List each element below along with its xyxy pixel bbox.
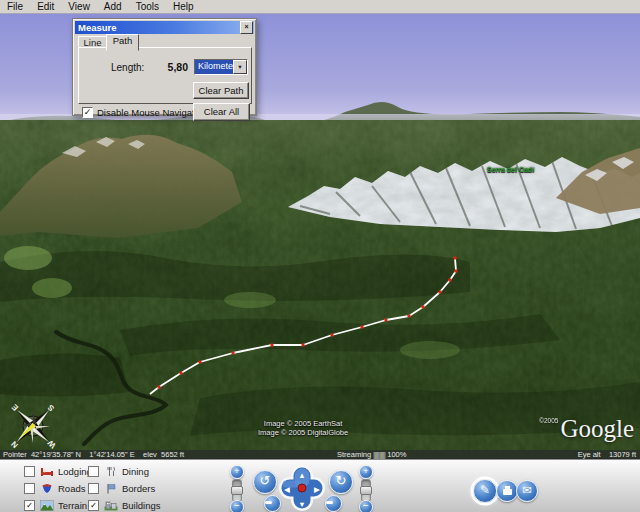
ridge-shadow-4 <box>0 353 130 396</box>
path-vertex-marker[interactable] <box>331 334 334 337</box>
streaming-label: Streaming <box>337 450 373 459</box>
layer-row-roads: Roads <box>24 483 85 494</box>
buildings-checkbox[interactable]: ✓ <box>88 500 99 511</box>
dpad-center-dot[interactable] <box>298 484 306 492</box>
pointer-coordinates: Pointer 42°19'35.78" N 1°42'14.05" E ele… <box>3 450 184 459</box>
unit-selected-value: Kilometers <box>195 60 233 74</box>
rotate-ccw-button[interactable]: ↺ <box>253 470 277 494</box>
tilt-down-button[interactable] <box>325 495 342 512</box>
tilt-slider-down-button[interactable]: − <box>359 500 373 512</box>
buildings-icon <box>104 500 118 511</box>
tilt-slider-up-button[interactable]: + <box>359 465 373 479</box>
attribution-line: Image © 2005 EarthSat <box>258 419 348 428</box>
path-vertex-marker[interactable] <box>271 344 274 347</box>
layer-row-borders: Borders <box>88 483 155 494</box>
lodging-label: Lodging <box>58 466 92 477</box>
menu-edit[interactable]: Edit <box>30 0 61 13</box>
clear-path-button[interactable]: Clear Path <box>193 82 249 99</box>
printer-icon <box>503 489 512 495</box>
unit-dropdown[interactable]: Kilometers ▼ <box>194 59 248 75</box>
dining-icon <box>104 466 118 477</box>
layer-row-buildings: ✓ Buildings <box>88 500 161 511</box>
path-vertex-marker[interactable] <box>232 352 235 355</box>
dialog-title-bar[interactable]: Measure × <box>75 21 254 34</box>
streaming-percent: 100% <box>385 450 406 459</box>
path-vertex-marker[interactable] <box>180 372 183 375</box>
meadow-patch <box>4 246 52 270</box>
layer-row-dining: Dining <box>88 466 149 477</box>
pan-up-arrow[interactable]: ▲ <box>298 471 305 480</box>
rotate-cw-button[interactable]: ↻ <box>329 470 353 494</box>
google-watermark: ©2005Google <box>530 415 634 443</box>
disable-mouse-nav-checkbox[interactable]: ✓ <box>82 107 93 118</box>
status-bar: Pointer 42°19'35.78" N 1°42'14.05" E ele… <box>0 450 640 459</box>
path-vertex-marker[interactable] <box>361 326 364 329</box>
place-label: Serra del Cadí <box>487 166 534 173</box>
path-vertex-marker[interactable] <box>454 257 457 260</box>
path-vertex-marker[interactable] <box>385 319 388 322</box>
dining-checkbox[interactable] <box>88 466 99 477</box>
meadow-patch <box>224 292 276 308</box>
layer-row-terrain: ✓ Terrain <box>24 500 87 511</box>
close-icon[interactable]: × <box>240 21 253 34</box>
compass-east-label: E <box>9 402 20 413</box>
tilt-slider-handle[interactable] <box>360 486 372 495</box>
google-logo: Google <box>560 415 634 442</box>
streaming-status: Streaming |||||||||| 100% <box>337 450 406 459</box>
tab-path[interactable]: Path <box>106 34 139 51</box>
eye-altitude: Eye alt 13079 ft <box>578 450 636 459</box>
disable-mouse-nav-label: Disable Mouse Navigation <box>97 107 207 118</box>
menu-view[interactable]: View <box>61 0 97 13</box>
menu-bar: File Edit View Add Tools Help <box>0 0 640 14</box>
pan-right-arrow[interactable]: ▶ <box>314 485 320 494</box>
flag-icon <box>104 483 118 494</box>
road-shield-icon <box>40 483 54 494</box>
menu-help[interactable]: Help <box>166 0 201 13</box>
terrain-label: Terrain <box>58 500 87 511</box>
buildings-label: Buildings <box>122 500 161 511</box>
pan-dpad[interactable]: ▲ ▼ ◀ ▶ <box>279 465 325 511</box>
dining-label: Dining <box>122 466 149 477</box>
zoom-in-button[interactable]: + <box>230 465 244 479</box>
bed-icon <box>40 466 54 477</box>
zoom-slider-handle[interactable] <box>231 486 243 495</box>
layer-row-lodging: Lodging <box>24 466 92 477</box>
menu-tools[interactable]: Tools <box>129 0 166 13</box>
clear-all-button[interactable]: Clear All <box>193 103 250 121</box>
logo-copyright: ©2005 <box>539 417 558 424</box>
zoom-out-button[interactable]: − <box>230 500 244 512</box>
measure-dialog: Measure × Line Path Length: 5,80 Kilomet… <box>72 18 257 116</box>
compass-rose[interactable]: N E S W <box>5 398 61 454</box>
meadow-patch <box>400 341 460 359</box>
chevron-down-icon[interactable]: ▼ <box>233 60 247 74</box>
path-vertex-marker[interactable] <box>422 306 425 309</box>
path-vertex-marker[interactable] <box>439 291 442 294</box>
borders-checkbox[interactable] <box>88 483 99 494</box>
roads-checkbox[interactable] <box>24 483 35 494</box>
attribution-line: Image © 2005 DigitalGlobe <box>258 428 348 437</box>
menu-file[interactable]: File <box>0 0 30 13</box>
print-button[interactable] <box>496 480 518 502</box>
roads-label: Roads <box>58 483 85 494</box>
lodging-checkbox[interactable] <box>24 466 35 477</box>
terrain-checkbox[interactable]: ✓ <box>24 500 35 511</box>
path-vertex-marker[interactable] <box>302 344 305 347</box>
bottom-control-panel: Lodging Roads ✓ Terrain <box>0 459 640 512</box>
email-button[interactable]: ✉ <box>516 480 538 502</box>
path-vertex-marker[interactable] <box>199 361 202 364</box>
pan-left-arrow[interactable]: ◀ <box>284 485 290 494</box>
dialog-title: Measure <box>75 22 240 33</box>
compass-south-label: S <box>45 402 56 413</box>
length-label: Length: <box>111 62 144 73</box>
path-vertex-marker[interactable] <box>455 270 458 273</box>
menu-add[interactable]: Add <box>97 0 129 13</box>
path-vertex-marker[interactable] <box>408 315 411 318</box>
imagery-attribution: Image © 2005 EarthSat Image © 2005 Digit… <box>258 419 348 437</box>
measure-tool-button[interactable]: ✎ <box>473 479 497 503</box>
borders-label: Borders <box>122 483 155 494</box>
path-vertex-marker[interactable] <box>158 386 161 389</box>
pan-down-arrow[interactable]: ▼ <box>298 500 305 509</box>
meadow-patch <box>32 278 72 298</box>
length-value: 5,80 <box>156 61 188 73</box>
path-vertex-marker[interactable] <box>449 279 452 282</box>
